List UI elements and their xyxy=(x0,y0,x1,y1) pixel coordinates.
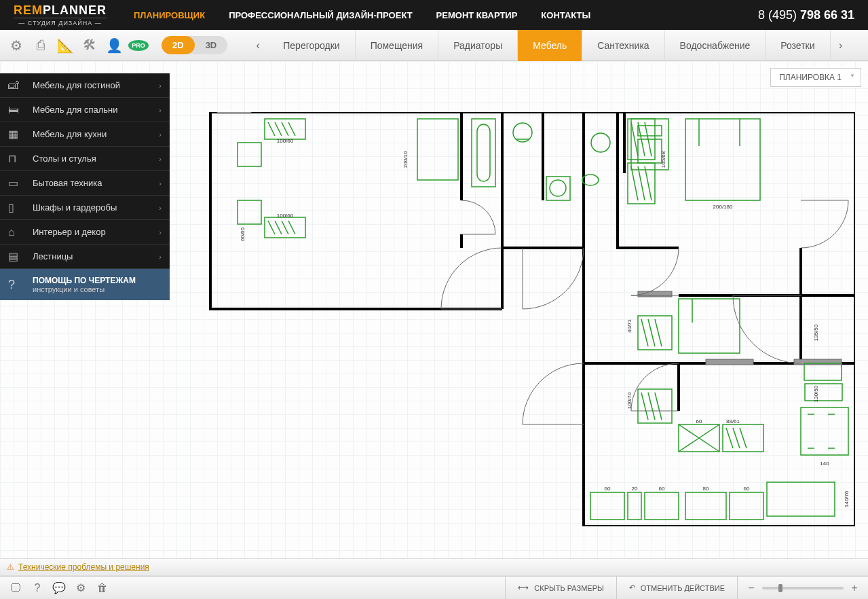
svg-rect-3 xyxy=(794,359,842,365)
svg-rect-32 xyxy=(628,492,641,520)
svg-text:60: 60 xyxy=(659,486,665,492)
floorplan[interactable]: 100/60 200/10 100/60 60/60 165/68 200/18… xyxy=(204,112,855,526)
zoom-in-button[interactable]: + xyxy=(849,582,860,594)
ruler-icon[interactable]: 📐 xyxy=(54,35,76,56)
view-toggle: 2D 3D xyxy=(162,36,227,54)
svg-text:165/68: 165/68 xyxy=(660,151,666,168)
sidebar-item-wardrobes[interactable]: ▯Шкафы и гардеробы› xyxy=(0,196,170,220)
sidebar-item-kitchen[interactable]: ▦Мебель для кухни› xyxy=(0,122,170,147)
svg-text:200/10: 200/10 xyxy=(402,151,409,168)
tab-water[interactable]: Водоснабжение xyxy=(665,30,766,61)
sidebar-label: Мебель для гостиной xyxy=(33,80,120,90)
pro-badge[interactable]: PRO xyxy=(128,35,149,56)
tab-rooms[interactable]: Помещения xyxy=(356,30,439,61)
zoom-slider[interactable] xyxy=(762,587,844,589)
tab-partitions[interactable]: Перегородки xyxy=(268,30,355,61)
tab-sockets[interactable]: Розетки xyxy=(766,30,830,61)
user-icon[interactable]: 👤 xyxy=(103,35,125,56)
sidebar-item-tables[interactable]: ⊓Столы и стулья› xyxy=(0,147,170,171)
chevron-right-icon: › xyxy=(159,130,162,139)
sofa-icon: 🛋 xyxy=(8,79,24,92)
svg-text:40/71: 40/71 xyxy=(626,319,633,333)
settings2-icon[interactable]: ⚙ xyxy=(71,578,91,598)
svg-rect-14 xyxy=(477,124,490,181)
chevron-right-icon: › xyxy=(159,81,162,90)
sidebar-item-bedroom[interactable]: 🛏Мебель для спальни› xyxy=(0,98,170,122)
furniture-sidebar: 🛋Мебель для гостиной› 🛏Мебель для спальн… xyxy=(0,73,170,300)
plan-dropdown[interactable]: ПЛАНИРОВКА 1 xyxy=(770,68,861,87)
svg-text:60: 60 xyxy=(744,486,750,492)
svg-rect-34 xyxy=(685,492,726,520)
svg-text:60: 60 xyxy=(605,486,611,492)
sidebar-item-decor[interactable]: ⌂Интерьер и декор› xyxy=(0,220,170,244)
tools-icon[interactable]: 🛠 xyxy=(79,35,100,56)
print-icon[interactable]: ⎙ xyxy=(30,35,52,56)
svg-rect-28 xyxy=(805,384,842,401)
chat-icon[interactable]: 💬 xyxy=(49,578,69,598)
bottom-bar: 🖵 ? 💬 ⚙ 🗑 ⟷СКРЫТЬ РАЗМЕРЫ ↶ОТМЕНИТЬ ДЕЙС… xyxy=(0,576,868,599)
svg-rect-27 xyxy=(804,363,842,380)
tab-radiators[interactable]: Радиаторы xyxy=(438,30,518,61)
tech-issues-link[interactable]: Технические проблемы и решения xyxy=(18,562,149,572)
zoom-out-button[interactable]: − xyxy=(746,582,757,594)
help-subtitle: инструкции и советы xyxy=(33,285,136,293)
trash-icon[interactable]: 🗑 xyxy=(92,578,113,598)
undo-icon: ↶ xyxy=(629,583,635,592)
chevron-right-icon: › xyxy=(159,253,162,261)
chevron-right-icon: › xyxy=(159,155,162,163)
svg-text:60: 60 xyxy=(696,418,702,424)
svg-rect-21 xyxy=(685,119,760,200)
chevron-right-icon: › xyxy=(159,228,162,236)
phone-number: 8 (495) 798 66 31 xyxy=(758,8,854,22)
logo-rem: REM xyxy=(14,3,43,17)
screen-icon[interactable]: 🖵 xyxy=(5,578,26,598)
nav-contacts[interactable]: КОНТАКТЫ xyxy=(541,10,590,20)
tabs-next-icon[interactable]: › xyxy=(831,30,851,61)
sidebar-label: Интерьер и декор xyxy=(33,227,106,237)
view-3d-button[interactable]: 3D xyxy=(195,36,228,54)
svg-text:100/70: 100/70 xyxy=(626,392,633,409)
hide-sizes-button[interactable]: ⟷СКРЫТЬ РАЗМЕРЫ xyxy=(505,577,616,599)
svg-rect-35 xyxy=(730,492,763,520)
sidebar-item-living[interactable]: 🛋Мебель для гостиной› xyxy=(0,73,170,98)
logo-planner: PLANNER xyxy=(43,3,107,17)
zoom-control: − + xyxy=(737,577,868,599)
sidebar-help[interactable]: ? ПОМОЩЬ ПО ЧЕРТЕЖАМ инструкции и советы xyxy=(0,269,170,300)
chevron-right-icon: › xyxy=(159,204,162,212)
question-icon: ? xyxy=(8,278,24,292)
sidebar-item-stairs[interactable]: ▤Лестницы› xyxy=(0,244,170,269)
chevron-right-icon: › xyxy=(159,179,162,187)
main-header: REMPLANNER — СТУДИЯ ДИЗАЙНА — ПЛАНИРОВЩИ… xyxy=(0,0,868,30)
toolbar: ⚙ ⎙ 📐 🛠 👤 PRO 2D 3D ‹ Перегородки Помеще… xyxy=(0,30,868,61)
nav-repair[interactable]: РЕМОНТ КВАРТИР xyxy=(436,10,518,20)
svg-text:140: 140 xyxy=(820,460,829,467)
canvas[interactable]: ПЛАНИРОВКА 1 🛋Мебель для гостиной› 🛏Мебе… xyxy=(0,61,868,558)
svg-text:88/61: 88/61 xyxy=(726,418,740,424)
sidebar-item-appliances[interactable]: ▭Бытовая техника› xyxy=(0,171,170,196)
svg-point-16 xyxy=(550,180,566,196)
sidebar-label: Лестницы xyxy=(33,251,73,261)
settings-icon[interactable]: ⚙ xyxy=(5,35,27,56)
home-icon: ⌂ xyxy=(8,226,24,238)
zoom-handle[interactable] xyxy=(778,584,782,592)
svg-rect-2 xyxy=(706,359,753,365)
tab-plumbing[interactable]: Сантехника xyxy=(582,30,664,61)
nav-planner[interactable]: ПЛАНИРОВЩИК xyxy=(134,10,205,20)
svg-point-17 xyxy=(591,133,610,152)
tabs-prev-icon[interactable]: ‹ xyxy=(248,30,268,61)
svg-text:20: 20 xyxy=(632,486,638,492)
view-2d-button[interactable]: 2D xyxy=(162,36,195,54)
logo[interactable]: REMPLANNER — СТУДИЯ ДИЗАЙНА — xyxy=(14,3,107,26)
tab-furniture[interactable]: Мебель xyxy=(518,30,582,61)
dimension-icon: ⟷ xyxy=(518,583,529,592)
tech-issues-bar: ⚠ Технические проблемы и решения xyxy=(0,558,868,576)
nav-design[interactable]: ПРОФЕССИОНАЛЬНЫЙ ДИЗАЙН-ПРОЕКТ xyxy=(229,10,412,20)
svg-text:135/50: 135/50 xyxy=(813,324,819,341)
warning-icon: ⚠ xyxy=(7,562,14,572)
svg-rect-0 xyxy=(217,112,251,113)
svg-rect-4 xyxy=(238,143,261,166)
undo-button[interactable]: ↶ОТМЕНИТЬ ДЕЙСТВИЕ xyxy=(616,577,737,599)
help-icon[interactable]: ? xyxy=(27,578,48,598)
svg-text:80: 80 xyxy=(703,486,709,492)
chevron-right-icon: › xyxy=(159,106,162,114)
